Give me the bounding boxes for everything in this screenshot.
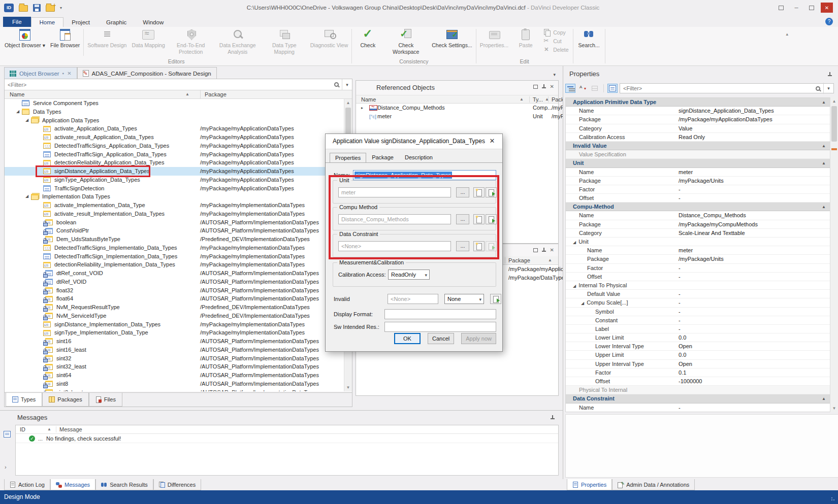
tree-row-activate-result-implementation-data-types[interactable]: activate_result_Implementation_Data_Type…: [5, 210, 344, 218]
ribbon-tab-home[interactable]: Home: [31, 17, 64, 27]
maximize-icon[interactable]: [805, 3, 818, 13]
tree-row-dtref-void[interactable]: dtRef_VOID/AUTOSAR_Platform/Implementati…: [5, 278, 344, 286]
property-section-invalid-value[interactable]: Invalid Value▲: [566, 142, 830, 150]
close-panel-icon[interactable]: ✕: [550, 84, 554, 89]
tree-row-signdistance-application-data-types[interactable]: signDistance_Application_Data_Types/myPa…: [5, 167, 344, 176]
collapse-arrow-icon[interactable]: ▲: [822, 159, 826, 167]
tree-row-sint32[interactable]: sint32/AUTOSAR_Platform/ImplementationDa…: [5, 354, 344, 363]
property-row-package[interactable]: Package/myPackage/myCompuMethods: [566, 220, 830, 229]
tree-row-sint64[interactable]: sint64/AUTOSAR_Platform/ImplementationDa…: [5, 371, 344, 380]
property-row-package[interactable]: Package/myPackage/Units: [566, 177, 830, 185]
tree-row-signtype-implementation-data-type[interactable]: signType_Implementation_Data_Type/myPack…: [5, 328, 344, 337]
ribbon-button-file-browser[interactable]: File Browser: [48, 27, 82, 58]
tree-row-detectedtrafficsigns-application-data-types[interactable]: DetectedTrafficSigns_Application_Data_Ty…: [5, 142, 344, 150]
help-icon[interactable]: ?: [825, 18, 833, 25]
property-row-symbol[interactable]: Symbol-: [566, 308, 830, 316]
dialog-tab-description[interactable]: Description: [399, 152, 438, 162]
tree-row-nvm-serviceidtype[interactable]: NvM_ServiceIdType/Predefined_DEV/Impleme…: [5, 312, 344, 320]
property-row-upper-interval-type[interactable]: Upper Interval TypeOpen: [566, 360, 830, 368]
ribbon-tab-graphic[interactable]: Graphic: [98, 18, 135, 27]
tree-row-detectedtrafficsigns-implementatio-data-types[interactable]: DetectedTrafficSigns_Implementatio_Data_…: [5, 244, 344, 252]
property-row-package[interactable]: Package/myPackage/Units: [566, 255, 830, 263]
scroll-up-icon[interactable]: ▲: [344, 99, 352, 107]
tree-row-signtype-application-data-types[interactable]: signType_Application_Data_Types/myPackag…: [5, 176, 344, 184]
pin-icon[interactable]: ▪: [62, 71, 65, 76]
browser-tab-packages[interactable]: Packages: [42, 393, 88, 407]
property-row-package[interactable]: Package/myPackage/myApplicationDataTypes: [566, 115, 830, 124]
maximize-panel-icon[interactable]: [533, 248, 538, 252]
tree-row-service-component-types[interactable]: Service Component Types: [5, 99, 344, 108]
property-row-internal-to-physical[interactable]: ◢Internal To Physical: [566, 281, 830, 290]
constraint-new-button[interactable]: [473, 241, 485, 251]
tree-row-detectionreliability-implementation-data-types[interactable]: detectionReliability_Implementation_Data…: [5, 260, 344, 269]
message-column-header[interactable]: Message: [56, 426, 82, 432]
property-section-application-primitive-data-type[interactable]: Application Primitive Data Type▲: [566, 98, 830, 107]
tree-row-float64[interactable]: float64/AUTOSAR_Platform/ImplementationD…: [5, 294, 344, 303]
tree-row-nvm-requestresulttype[interactable]: NvM_RequestResultType/Predefined_DEV/Imp…: [5, 303, 344, 312]
ribbon-tab-window[interactable]: Window: [135, 18, 172, 27]
data-constraint-field[interactable]: <None>: [338, 241, 451, 251]
tree-row-sint16[interactable]: sint16/AUTOSAR_Platform/ImplementationDa…: [5, 337, 344, 346]
new-folder-icon[interactable]: [46, 5, 55, 12]
name-input[interactable]: signDistance_Application_Data_Types: [353, 170, 496, 180]
dialog-title-bar[interactable]: Application Value signDistance_Applicati…: [326, 134, 502, 149]
search-icon[interactable]: [816, 86, 820, 91]
categorized-view-icon[interactable]: [565, 84, 575, 93]
tree-row-signdistance-implementation-data-types[interactable]: signDistance_Implementation_Data_Types/m…: [5, 320, 344, 329]
browser-filter-input[interactable]: [5, 82, 331, 88]
tree-row-detectionreliability-application-data-types[interactable]: detectionReliability_Application_Data_Ty…: [5, 158, 344, 167]
invalid-goto-button[interactable]: [490, 294, 501, 304]
ribbon-button-object-browser[interactable]: Object Browser ▾: [2, 27, 48, 58]
messages-column-header[interactable]: ID ▲ Message: [16, 425, 558, 434]
property-row-unit[interactable]: ◢Unit: [566, 238, 830, 246]
property-row-offset[interactable]: Offset-1000000: [566, 377, 830, 386]
tree-row-activate-application-data-types[interactable]: activate_Application_Data_Types/myPackag…: [5, 124, 344, 133]
search-icon[interactable]: [334, 82, 339, 87]
tab-overflow-icon[interactable]: ▾: [553, 72, 559, 79]
tree-row-trafficsigndetection[interactable]: TrafficSignDetection/myPackage/myApplica…: [5, 184, 344, 193]
property-row-label[interactable]: Label-: [566, 325, 830, 333]
unit-new-button[interactable]: [473, 187, 485, 197]
pin-icon[interactable]: [551, 415, 555, 420]
property-row-constant[interactable]: Constant-: [566, 316, 830, 325]
property-row-factor[interactable]: Factor-: [566, 264, 830, 273]
tree-row-application-data-types[interactable]: ◢Application Data Types: [5, 116, 344, 125]
property-row-name[interactable]: NameDistance_Compu_Methods: [566, 211, 830, 220]
package-column-header[interactable]: Package: [200, 90, 227, 99]
document-tab-object-browser[interactable]: Object Browser▪✕: [4, 67, 77, 79]
property-row-compu-scale[interactable]: ◢Compu Scale[...]-: [566, 298, 830, 307]
ribbon-collapse-icon[interactable]: ▴: [786, 31, 788, 37]
chevron-down-icon[interactable]: ▾: [342, 79, 352, 90]
sw-intended-input[interactable]: [384, 322, 496, 332]
minimize-icon[interactable]: ─: [790, 3, 802, 13]
property-section-compu-method[interactable]: Compu-Method▲: [566, 203, 830, 211]
expand-strip-icon[interactable]: ›: [5, 464, 7, 470]
property-row-category[interactable]: CategoryScale-Linear And Texttable: [566, 229, 830, 238]
resize-grip[interactable]: [831, 497, 836, 502]
restore-icon[interactable]: [775, 3, 787, 13]
tree-row-dem-udsstatusbytetype[interactable]: Dem_UdsStatusByteType/Predefined_DEV/Imp…: [5, 235, 344, 244]
collapse-arrow-icon[interactable]: ▲: [822, 98, 826, 107]
property-row-category[interactable]: CategoryValue: [566, 124, 830, 133]
bottom-tab-properties[interactable]: Properties: [567, 479, 612, 490]
pin-icon[interactable]: [828, 72, 832, 77]
tree-row-sint16-least[interactable]: sint16_least/AUTOSAR_Platform/Implementa…: [5, 346, 344, 354]
sort-az-icon[interactable]: [577, 84, 588, 93]
tree-row-detectedtrafficsign-application-data-types[interactable]: DetectedTrafficSign_Application_Data_Typ…: [5, 150, 344, 159]
property-row-lower-interval-type[interactable]: Lower Interval TypeOpen: [566, 342, 830, 351]
unit-field[interactable]: meter: [338, 187, 451, 197]
ribbon-button-check-workspace[interactable]: Check Workspace: [382, 27, 429, 58]
property-row-lower-limit[interactable]: Lower Limit0.0: [566, 333, 830, 342]
referenced-row-distance-compu-methods[interactable]: ▸Distance_Compu_MethodsComp.../myPacka..…: [356, 104, 558, 112]
properties-scrollbar[interactable]: ▲ ▼: [830, 97, 838, 412]
expand-arrow-icon[interactable]: ◢: [23, 116, 31, 125]
save-icon[interactable]: [33, 4, 41, 12]
grid-view-icon[interactable]: [590, 84, 600, 93]
unit-goto-button[interactable]: [486, 187, 497, 197]
property-row-upper-limit[interactable]: Upper Limit0.0: [566, 351, 830, 359]
id-column-header[interactable]: ID: [20, 426, 25, 432]
scroll-down-icon[interactable]: ▼: [830, 405, 838, 412]
bottom-tab-search-results[interactable]: Search Results: [95, 479, 153, 490]
type-column-header[interactable]: Ty...: [529, 96, 543, 103]
dialog-tab-properties[interactable]: Properties: [330, 153, 366, 163]
